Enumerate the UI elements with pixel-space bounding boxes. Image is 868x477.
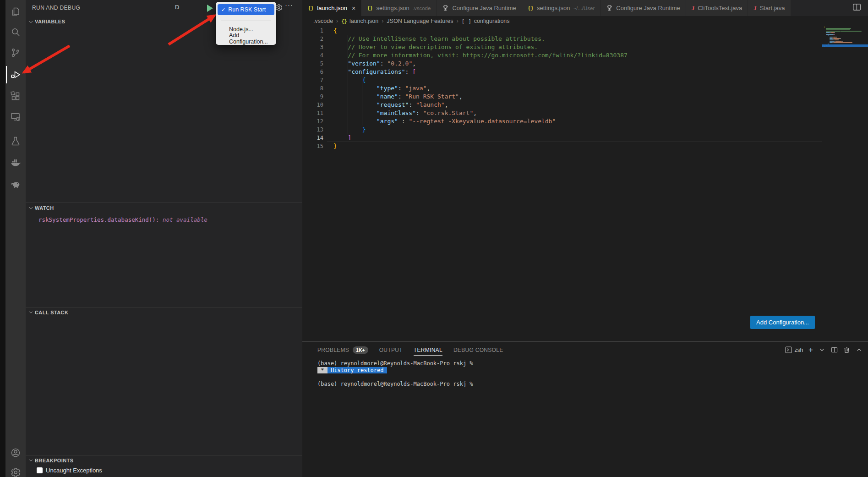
menu-item-run-rsk-start[interactable]: ✓ Run RSK Start <box>218 4 274 15</box>
minimap-line <box>824 27 825 27</box>
minimap-line <box>834 32 835 33</box>
panel-tab-terminal[interactable]: TERMINAL <box>414 342 442 358</box>
views-more-actions-icon[interactable]: ··· <box>285 1 293 9</box>
code-line-text: // For more information, visit: https://… <box>333 51 628 60</box>
code-line-15[interactable]: 15} <box>302 142 868 150</box>
split-terminal-icon[interactable] <box>831 346 838 353</box>
line-number: 4 <box>302 51 323 60</box>
editor-tab-launch-json[interactable]: {}launch.json× <box>302 0 361 16</box>
activity-bar-docker-icon[interactable] <box>5 153 26 173</box>
chevron-down-icon <box>28 205 34 211</box>
close-icon[interactable]: × <box>352 5 355 12</box>
start-debugging-icon[interactable] <box>207 5 213 12</box>
breadcrumb-item-json-language-features[interactable]: JSON Language Features <box>387 18 453 24</box>
code-line-text: } <box>333 142 337 150</box>
code-line-2[interactable]: 2 // Use IntelliSense to learn about pos… <box>302 35 868 43</box>
breadcrumb-separator: › <box>382 18 383 24</box>
editor-tab-configure-java-runtime[interactable]: Configure Java Runtime <box>437 0 522 16</box>
breadcrumb-label: launch.json <box>349 18 378 24</box>
maximize-panel-chevron-icon[interactable] <box>856 346 863 353</box>
activity-bar-testing-icon[interactable] <box>5 131 26 151</box>
editor-tab-start-java[interactable]: JStart.java <box>748 0 791 16</box>
panel-tab-problems[interactable]: PROBLEMS1K+ <box>317 342 368 358</box>
editor-tab-settings-json[interactable]: {}settings.json~/.../User <box>522 0 601 16</box>
add-configuration-button[interactable]: Add Configuration... <box>750 316 815 329</box>
breakpoint-uncaught-exceptions[interactable]: Uncaught Exceptions <box>37 467 102 474</box>
shell-label: zsh <box>794 347 803 353</box>
minimap-line <box>835 39 838 40</box>
code-line-7[interactable]: 7 { <box>302 76 868 84</box>
code-line-6[interactable]: 6 "configurations": [ <box>302 68 868 76</box>
new-terminal-icon[interactable]: + <box>808 345 813 355</box>
tab-label: CliToolsTest.java <box>698 5 742 11</box>
code-line-1[interactable]: 1{ <box>302 27 868 35</box>
minimap-line <box>828 35 829 36</box>
code-line-9[interactable]: 9 "name": "Run RSK Start", <box>302 93 868 101</box>
activity-bar-explorer-icon[interactable] <box>5 1 26 22</box>
tab-label: settings.json <box>376 5 409 11</box>
minimap-line <box>826 31 841 32</box>
editor-group: {}launch.json×{}settings.json.vscodeConf… <box>302 0 868 477</box>
terminal-text: (base) reynoldmorel@Reynolds-MacBook-Pro… <box>317 360 473 367</box>
window-left-edge <box>0 0 5 477</box>
breadcrumb-label: .vscode <box>313 18 333 24</box>
section-header-breakpoints[interactable]: BREAKPOINTS <box>26 455 302 465</box>
code-editor[interactable]: 1{2 // Use IntelliSense to learn about p… <box>302 26 868 316</box>
breadcrumb-item-configurations[interactable]: [ ]configurations <box>462 18 510 24</box>
code-line-4[interactable]: 4 // For more information, visit: https:… <box>302 51 868 60</box>
code-line-5[interactable]: 5 "version": "0.2.0", <box>302 60 868 68</box>
minimap[interactable] <box>822 25 868 57</box>
section-label: CALL STACK <box>35 310 68 315</box>
code-line-12[interactable]: 12 "args" : "--regtest -Xkeyvalue.dataso… <box>302 117 868 126</box>
activity-bar-remote-explorer-icon[interactable] <box>5 107 26 127</box>
java-runtime-icon <box>606 5 613 11</box>
code-line-text: // Hover to view descriptions of existin… <box>333 43 538 51</box>
editor-tab-configure-java-runtime[interactable]: Configure Java Runtime <box>601 0 686 16</box>
line-number: 5 <box>302 60 323 68</box>
minimap-line <box>830 41 835 42</box>
breadcrumb-item--vscode[interactable]: .vscode <box>313 18 333 24</box>
code-line-10[interactable]: 10 "request": "launch", <box>302 101 868 109</box>
activity-bar-search-icon[interactable] <box>5 22 26 42</box>
activity-bar-account-icon[interactable] <box>5 443 26 463</box>
panel-tab-output[interactable]: OUTPUT <box>379 342 403 358</box>
line-number: 14 <box>302 134 323 142</box>
menu-item-add-configuration[interactable]: Add Configuration... <box>216 34 276 43</box>
activity-bar-settings-icon[interactable] <box>5 462 26 477</box>
panel-tab-label: OUTPUT <box>379 347 403 353</box>
code-link[interactable]: https://go.microsoft.com/fwlink/?linkid=… <box>463 52 628 59</box>
activity-bar-gradle-icon[interactable] <box>5 174 26 194</box>
minimap-line <box>842 41 843 42</box>
section-header-call-stack[interactable]: CALL STACK <box>26 307 302 317</box>
kill-terminal-trash-icon[interactable] <box>843 346 850 353</box>
code-line-8[interactable]: 8 "type": "java", <box>302 84 868 93</box>
activity-bar-run-and-debug-icon[interactable] <box>5 65 26 85</box>
breadcrumb-item-launch-json[interactable]: {}launch.json <box>341 18 378 24</box>
minimap-line <box>834 34 835 35</box>
section-label: WATCH <box>35 205 54 211</box>
checkbox[interactable] <box>37 467 43 473</box>
code-line-13[interactable]: 13 } <box>302 126 868 134</box>
section-label: BREAKPOINTS <box>35 458 73 463</box>
code-line-text: "mainClass": "co.rsk.Start", <box>333 109 477 117</box>
chevron-down-icon <box>28 458 34 463</box>
terminal-shell-selector[interactable]: zsh <box>785 346 803 353</box>
code-line-text: "version": "0.2.0", <box>333 60 416 68</box>
activity-bar-source-control-icon[interactable] <box>5 43 26 63</box>
code-line-3[interactable]: 3 // Hover to view descriptions of exist… <box>302 43 868 51</box>
line-number: 12 <box>302 117 323 126</box>
editor-tab-settings-json[interactable]: {}settings.json.vscode <box>361 0 437 16</box>
panel-tab-debug-console[interactable]: DEBUG CONSOLE <box>453 342 503 358</box>
code-line-14[interactable]: 14 ] <box>302 134 868 142</box>
split-editor-icon[interactable] <box>852 3 863 14</box>
minimap-line <box>826 29 850 30</box>
code-line-11[interactable]: 11 "mainClass": "co.rsk.Start", <box>302 109 868 117</box>
panel-tab-label: PROBLEMS <box>317 347 349 353</box>
watch-expression[interactable]: rskSystemProperties.databaseKind(): not … <box>38 216 207 223</box>
activity-bar-extensions-icon[interactable] <box>5 86 26 106</box>
tab-label: Start.java <box>760 5 785 11</box>
section-header-watch[interactable]: WATCH <box>26 203 302 213</box>
terminal-dropdown-chevron-icon[interactable] <box>819 346 825 353</box>
editor-tab-clitoolstest-java[interactable]: JCliToolsTest.java <box>686 0 748 16</box>
line-number: 9 <box>302 93 323 101</box>
